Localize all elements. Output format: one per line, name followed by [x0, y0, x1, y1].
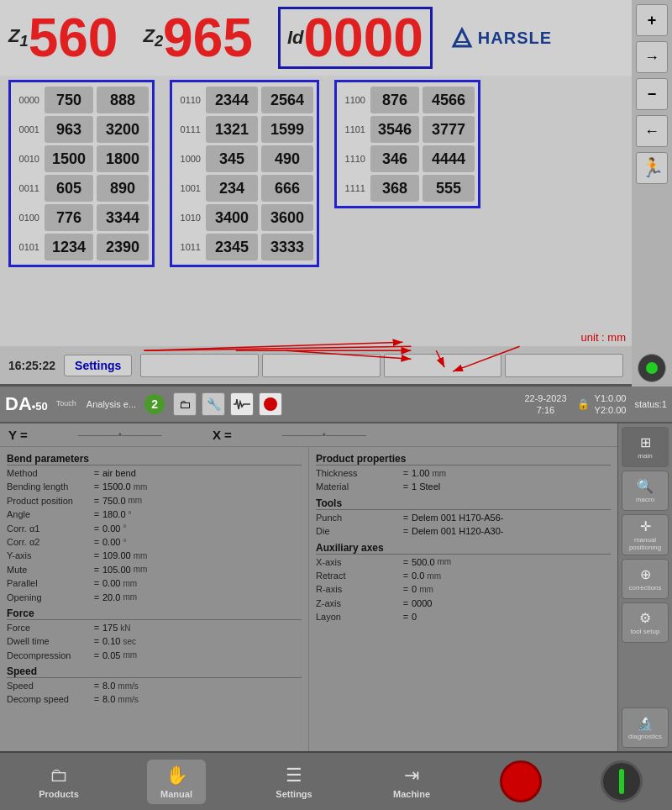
row-id: 1000 [174, 154, 201, 164]
param-name: Product position [7, 495, 91, 508]
sidebar-main-btn[interactable]: ⊞ main [622, 427, 669, 467]
right-arrow-button[interactable]: → [636, 41, 668, 73]
manual-pos-label: manual positioning [624, 536, 666, 551]
row-id: 0111 [174, 124, 201, 134]
plus-button[interactable]: + [636, 4, 668, 36]
sidebar-macro-btn[interactable]: 🔍 macro [622, 471, 669, 511]
row-id: 0000 [13, 95, 39, 105]
param-unit: mm [419, 584, 433, 596]
x-eq-label: X = [213, 428, 232, 442]
param-value: 0 [412, 611, 417, 623]
param-name: X-axis [316, 556, 400, 569]
table-row: 0110 2344 2564 [174, 87, 315, 113]
param-name: Mute [7, 564, 91, 576]
param-eq: = [91, 550, 102, 562]
data-area: 0000 750 888 0001 963 3200 0010 1500 180… [0, 76, 672, 361]
param-unit: mm [129, 495, 143, 507]
data-col1: 0000 750 888 0001 963 3200 0010 1500 180… [8, 80, 155, 357]
machine-nav-btn[interactable]: ⇥ Machine [382, 761, 441, 802]
param-name: Parallel [7, 577, 91, 590]
table-row: 0010 1500 1800 [13, 145, 150, 172]
param-unit: kN [120, 623, 130, 634]
corrections-label: corrections [628, 584, 661, 592]
green-indicator [646, 362, 658, 374]
param-name: Punch [316, 512, 400, 524]
param-value: 0000 [412, 597, 432, 610]
sidebar-corrections-btn[interactable]: ⊕ corrections [622, 559, 669, 599]
da-bottom-nav: 🗀 Products ✋ Manual ☰ Settings ⇥ Machine [0, 751, 672, 810]
da-logo-text: DA [5, 393, 32, 415]
manual-pos-icon: ✛ [640, 518, 651, 534]
products-label: Products [39, 789, 79, 799]
param-eq: = [400, 611, 412, 623]
row-cell: 490 [261, 145, 313, 172]
corrections-icon: ⊕ [640, 566, 651, 582]
row-id: 0101 [13, 242, 39, 252]
param-unit: mm [134, 550, 148, 562]
param-value: 175 [102, 622, 118, 634]
param-row: Thickness = 1.00 mm [316, 467, 611, 480]
wrench-button[interactable]: 🔧 [202, 392, 225, 416]
param-name: R-axis [316, 583, 400, 596]
row-cell: 368 [370, 175, 419, 202]
main-icon: ⊞ [640, 434, 651, 450]
da-badge: 2 [144, 394, 165, 414]
run-button[interactable] [601, 760, 643, 802]
param-name: Z-axis [316, 597, 400, 610]
sidebar-tool-setup-btn[interactable]: ⚙ tool setup [622, 602, 669, 643]
param-row: Opening = 20.0 mm [7, 592, 302, 604]
param-row: Punch = Delem 001 H170-A56- [316, 512, 611, 524]
param-name: Decomp speed [7, 693, 91, 706]
param-unit: mm [123, 650, 137, 661]
figure-button[interactable]: 🏃 [636, 152, 668, 184]
manual-label: Manual [160, 789, 192, 799]
minus-button[interactable]: − [636, 78, 668, 110]
right-buttons: + → − ← 🏃 [632, 0, 672, 387]
power-button[interactable] [638, 354, 666, 382]
manual-nav-btn[interactable]: ✋ Manual [147, 760, 206, 804]
speed-rows: Speed = 8.0 mm/s Decomp speed = 8.0 mm/s [7, 680, 302, 707]
run-indicator [619, 769, 624, 794]
table-row: 0000 750 888 [13, 87, 150, 113]
da-touch-text: Touch [56, 400, 76, 408]
param-value: 0.00 [102, 536, 120, 549]
main-label: main [638, 452, 652, 460]
folder-button[interactable]: 🗀 [173, 392, 197, 416]
sidebar-diagnostics-btn[interactable]: 🔬 diagnostics [622, 707, 669, 748]
row-cell: 876 [370, 87, 419, 113]
param-value: 0.05 [102, 650, 120, 662]
products-nav-btn[interactable]: 🗀 Products [29, 761, 88, 802]
row-cell: 345 [206, 145, 258, 172]
param-value: 0.00 [102, 577, 120, 590]
table-row: 0011 605 890 [13, 175, 150, 202]
param-eq: = [400, 570, 412, 582]
param-row: Z-axis = 0000 [316, 597, 611, 610]
products-icon: 🗀 [50, 765, 68, 786]
record-button[interactable] [259, 392, 282, 416]
waveform-button[interactable] [230, 392, 254, 416]
param-eq: = [91, 536, 102, 549]
row-id: 0011 [13, 183, 39, 193]
table-row: 1011 2345 3333 [174, 234, 315, 260]
stop-button[interactable] [500, 760, 542, 802]
param-row: Force = 175 kN [7, 622, 302, 634]
sidebar-manual-pos-btn[interactable]: ✛ manual positioning [622, 514, 669, 555]
row-id: 1101 [339, 124, 365, 134]
z2-label: Z2 [143, 25, 163, 50]
row-cell: 2345 [206, 234, 258, 260]
settings-button[interactable]: Settings [64, 355, 132, 376]
param-name: Thickness [316, 467, 400, 480]
param-row: Method = air bend [7, 467, 302, 480]
da-analysis-text: Analysis e... [87, 399, 136, 409]
settings-nav-btn[interactable]: ☰ Settings [265, 761, 323, 802]
param-value: 1500.0 [102, 481, 131, 493]
param-unit: mm [123, 578, 137, 590]
da-y2: Y2:0.00 [595, 404, 627, 416]
param-name: Die [316, 525, 400, 538]
param-name: Angle [7, 508, 91, 521]
data-col3-inner: 1100 876 4566 1101 3546 3777 1110 346 44… [334, 80, 480, 208]
settings-nav-icon: ☰ [286, 765, 302, 786]
left-arrow-button[interactable]: ← [636, 115, 668, 147]
waveform-icon [234, 397, 250, 412]
id-box: Id 0000 [278, 7, 433, 69]
